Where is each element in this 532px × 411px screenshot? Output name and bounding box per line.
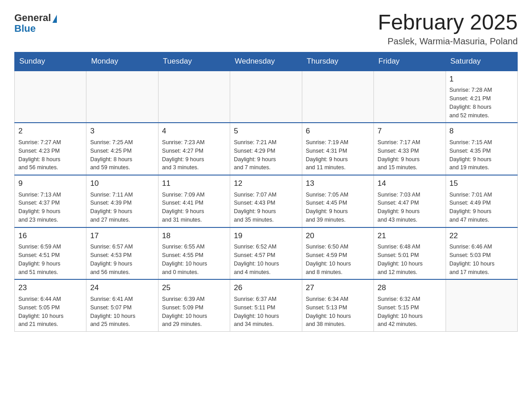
day-info: Sunrise: 7:21 AM Sunset: 4:29 PM Dayligh… [234, 138, 298, 172]
day-number: 3 [90, 126, 154, 137]
calendar-day-cell [158, 71, 230, 123]
day-number: 28 [378, 283, 442, 294]
day-number: 14 [378, 178, 442, 189]
calendar-day-cell: 27Sunrise: 6:34 AM Sunset: 5:13 PM Dayli… [302, 279, 373, 331]
calendar-day-cell: 4Sunrise: 7:23 AM Sunset: 4:27 PM Daylig… [158, 123, 230, 175]
day-number: 12 [234, 178, 298, 189]
day-info: Sunrise: 6:41 AM Sunset: 5:07 PM Dayligh… [90, 295, 154, 329]
calendar-week-row: 2Sunrise: 7:27 AM Sunset: 4:23 PM Daylig… [15, 123, 518, 175]
calendar-day-cell: 3Sunrise: 7:25 AM Sunset: 4:25 PM Daylig… [86, 123, 158, 175]
day-number: 17 [90, 231, 154, 242]
calendar-day-cell: 17Sunrise: 6:57 AM Sunset: 4:53 PM Dayli… [86, 227, 158, 280]
day-info: Sunrise: 7:27 AM Sunset: 4:23 PM Dayligh… [18, 138, 82, 172]
calendar-day-cell: 23Sunrise: 6:44 AM Sunset: 5:05 PM Dayli… [15, 279, 86, 331]
calendar-day-cell: 14Sunrise: 7:03 AM Sunset: 4:47 PM Dayli… [374, 175, 446, 227]
day-number: 21 [378, 231, 442, 242]
day-number: 18 [162, 231, 226, 242]
calendar-day-cell: 24Sunrise: 6:41 AM Sunset: 5:07 PM Dayli… [86, 279, 158, 331]
day-number: 23 [18, 283, 82, 294]
logo-arrow-icon [52, 15, 57, 23]
header-wednesday: Wednesday [230, 52, 302, 71]
day-info: Sunrise: 6:59 AM Sunset: 4:51 PM Dayligh… [18, 243, 82, 276]
day-info: Sunrise: 6:48 AM Sunset: 5:01 PM Dayligh… [378, 243, 442, 276]
day-number: 10 [90, 178, 154, 189]
header-tuesday: Tuesday [158, 52, 230, 71]
calendar-day-cell: 25Sunrise: 6:39 AM Sunset: 5:09 PM Dayli… [158, 279, 230, 331]
day-info: Sunrise: 7:23 AM Sunset: 4:27 PM Dayligh… [162, 138, 226, 172]
calendar-day-cell [230, 71, 302, 123]
calendar-day-cell [15, 71, 86, 123]
day-number: 2 [18, 126, 82, 137]
day-info: Sunrise: 7:19 AM Sunset: 4:31 PM Dayligh… [306, 138, 370, 172]
day-number: 6 [306, 126, 370, 137]
calendar-table: Sunday Monday Tuesday Wednesday Thursday… [14, 52, 518, 332]
day-info: Sunrise: 6:52 AM Sunset: 4:57 PM Dayligh… [234, 243, 298, 276]
calendar-day-cell: 8Sunrise: 7:15 AM Sunset: 4:35 PM Daylig… [446, 123, 517, 175]
day-info: Sunrise: 7:07 AM Sunset: 4:43 PM Dayligh… [234, 191, 298, 224]
day-number: 7 [378, 126, 442, 137]
header-sunday: Sunday [15, 52, 86, 71]
logo-general: General [14, 13, 51, 23]
day-info: Sunrise: 6:32 AM Sunset: 5:15 PM Dayligh… [378, 295, 442, 329]
calendar-day-cell: 7Sunrise: 7:17 AM Sunset: 4:33 PM Daylig… [374, 123, 446, 175]
calendar-day-cell: 9Sunrise: 7:13 AM Sunset: 4:37 PM Daylig… [15, 175, 86, 227]
header: General Blue February 2025 Paslek, Warmi… [14, 11, 518, 47]
day-number: 16 [18, 231, 82, 242]
calendar-day-cell [86, 71, 158, 123]
calendar-day-cell: 15Sunrise: 7:01 AM Sunset: 4:49 PM Dayli… [446, 175, 517, 227]
day-number: 24 [90, 283, 154, 294]
day-number: 27 [306, 283, 370, 294]
calendar-week-row: 16Sunrise: 6:59 AM Sunset: 4:51 PM Dayli… [15, 227, 518, 280]
weekday-header-row: Sunday Monday Tuesday Wednesday Thursday… [15, 52, 518, 71]
day-number: 26 [234, 283, 298, 294]
calendar-day-cell [302, 71, 373, 123]
day-number: 13 [306, 178, 370, 189]
day-info: Sunrise: 7:03 AM Sunset: 4:47 PM Dayligh… [378, 191, 442, 224]
calendar-week-row: 9Sunrise: 7:13 AM Sunset: 4:37 PM Daylig… [15, 175, 518, 227]
day-number: 8 [450, 126, 514, 137]
calendar-day-cell: 20Sunrise: 6:50 AM Sunset: 4:59 PM Dayli… [302, 227, 373, 280]
day-info: Sunrise: 6:46 AM Sunset: 5:03 PM Dayligh… [450, 243, 514, 276]
calendar-subtitle: Paslek, Warmia-Masuria, Poland [378, 36, 518, 47]
day-number: 5 [234, 126, 298, 137]
day-info: Sunrise: 6:50 AM Sunset: 4:59 PM Dayligh… [306, 243, 370, 276]
title-block: February 2025 Paslek, Warmia-Masuria, Po… [378, 11, 518, 47]
day-info: Sunrise: 7:01 AM Sunset: 4:49 PM Dayligh… [450, 191, 514, 224]
header-friday: Friday [374, 52, 446, 71]
calendar-day-cell: 12Sunrise: 7:07 AM Sunset: 4:43 PM Dayli… [230, 175, 302, 227]
day-info: Sunrise: 7:13 AM Sunset: 4:37 PM Dayligh… [18, 191, 82, 224]
day-number: 9 [18, 178, 82, 189]
day-number: 22 [450, 231, 514, 242]
day-number: 20 [306, 231, 370, 242]
header-thursday: Thursday [302, 52, 373, 71]
calendar-day-cell: 2Sunrise: 7:27 AM Sunset: 4:23 PM Daylig… [15, 123, 86, 175]
calendar-day-cell: 22Sunrise: 6:46 AM Sunset: 5:03 PM Dayli… [446, 227, 517, 280]
calendar-day-cell: 10Sunrise: 7:11 AM Sunset: 4:39 PM Dayli… [86, 175, 158, 227]
day-info: Sunrise: 7:09 AM Sunset: 4:41 PM Dayligh… [162, 191, 226, 224]
calendar-day-cell: 5Sunrise: 7:21 AM Sunset: 4:29 PM Daylig… [230, 123, 302, 175]
calendar-day-cell: 26Sunrise: 6:37 AM Sunset: 5:11 PM Dayli… [230, 279, 302, 331]
day-info: Sunrise: 7:11 AM Sunset: 4:39 PM Dayligh… [90, 191, 154, 224]
calendar-week-row: 1Sunrise: 7:28 AM Sunset: 4:21 PM Daylig… [15, 71, 518, 123]
day-info: Sunrise: 6:34 AM Sunset: 5:13 PM Dayligh… [306, 295, 370, 329]
day-number: 15 [450, 178, 514, 189]
day-number: 4 [162, 126, 226, 137]
day-info: Sunrise: 7:15 AM Sunset: 4:35 PM Dayligh… [450, 138, 514, 172]
day-info: Sunrise: 6:57 AM Sunset: 4:53 PM Dayligh… [90, 243, 154, 276]
day-number: 1 [450, 74, 514, 85]
day-info: Sunrise: 7:28 AM Sunset: 4:21 PM Dayligh… [450, 86, 514, 120]
calendar-day-cell: 18Sunrise: 6:55 AM Sunset: 4:55 PM Dayli… [158, 227, 230, 280]
day-info: Sunrise: 7:17 AM Sunset: 4:33 PM Dayligh… [378, 138, 442, 172]
calendar-day-cell: 1Sunrise: 7:28 AM Sunset: 4:21 PM Daylig… [446, 71, 517, 123]
calendar-title: February 2025 [378, 11, 518, 34]
calendar-day-cell: 21Sunrise: 6:48 AM Sunset: 5:01 PM Dayli… [374, 227, 446, 280]
day-info: Sunrise: 7:05 AM Sunset: 4:45 PM Dayligh… [306, 191, 370, 224]
day-info: Sunrise: 6:39 AM Sunset: 5:09 PM Dayligh… [162, 295, 226, 329]
day-info: Sunrise: 7:25 AM Sunset: 4:25 PM Dayligh… [90, 138, 154, 172]
calendar-day-cell: 28Sunrise: 6:32 AM Sunset: 5:15 PM Dayli… [374, 279, 446, 331]
calendar-day-cell: 19Sunrise: 6:52 AM Sunset: 4:57 PM Dayli… [230, 227, 302, 280]
day-info: Sunrise: 6:37 AM Sunset: 5:11 PM Dayligh… [234, 295, 298, 329]
day-number: 19 [234, 231, 298, 242]
calendar-day-cell: 6Sunrise: 7:19 AM Sunset: 4:31 PM Daylig… [302, 123, 373, 175]
day-number: 11 [162, 178, 226, 189]
